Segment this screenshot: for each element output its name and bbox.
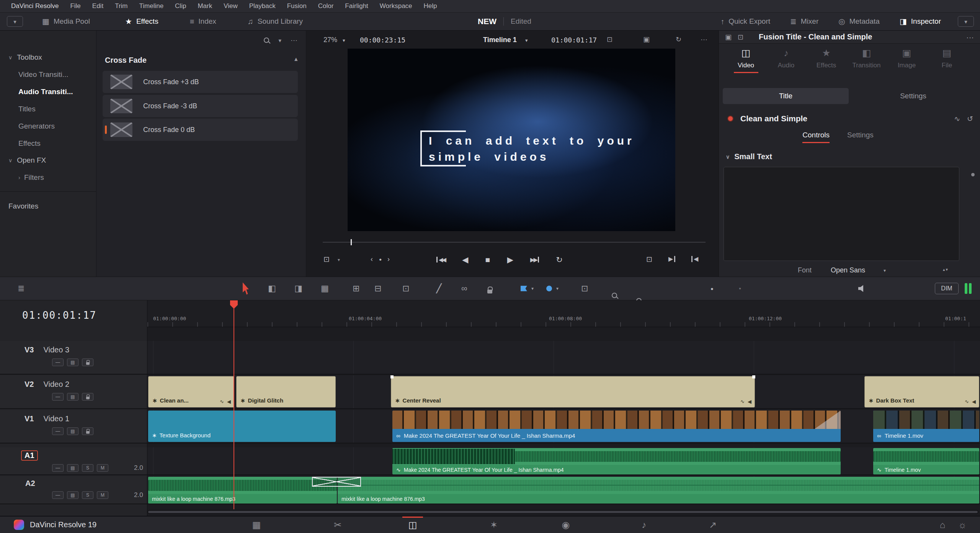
range-dot-icon[interactable]: ● bbox=[379, 257, 382, 262]
stop-button[interactable]: ■ bbox=[485, 256, 490, 264]
go-to-end-button[interactable]: ▶▶ bbox=[530, 257, 539, 262]
menu-mark[interactable]: Mark bbox=[192, 2, 218, 10]
sidebar-item-video-transitions[interactable]: Video Transiti... bbox=[0, 66, 96, 83]
sidebar-item-favorites[interactable]: Favorites bbox=[0, 198, 96, 215]
trim-edit-mode-icon[interactable]: ◧ bbox=[268, 284, 276, 293]
auto-select-toggle[interactable]: ▤ bbox=[67, 491, 78, 499]
clip-clean-and-simple[interactable]: ∗Clean an... ∿◀ bbox=[148, 376, 234, 407]
menu-app[interactable]: DaVinci Resolve bbox=[5, 2, 64, 10]
clip-make2024-video[interactable]: ∞Make 2024 The GREATEST Year Of Your Lif… bbox=[392, 411, 841, 442]
keyframe-curve-icon[interactable]: ∿ bbox=[954, 115, 960, 122]
menu-edit[interactable]: Edit bbox=[87, 2, 109, 10]
clip-mixkit-1[interactable]: mixkit like a loop machine 876.mp3 bbox=[148, 477, 337, 504]
color-page-button[interactable]: ◉ bbox=[552, 517, 579, 533]
menu-trim[interactable]: Trim bbox=[109, 2, 133, 10]
cross-fade-transition[interactable] bbox=[312, 477, 361, 487]
dim-button[interactable]: DIM bbox=[935, 283, 959, 294]
inspector-button[interactable]: ◨ Inspector bbox=[890, 13, 951, 30]
auto-select-toggle[interactable]: ▤ bbox=[67, 359, 78, 366]
track-v3-lane[interactable] bbox=[147, 341, 980, 374]
mode-tab-title[interactable]: Title bbox=[723, 88, 849, 104]
razor-tool-icon[interactable]: ╱ bbox=[436, 284, 441, 293]
timeline-playhead-line[interactable] bbox=[234, 302, 234, 509]
menu-fairlight[interactable]: Fairlight bbox=[339, 2, 374, 10]
insert-clip-icon[interactable]: ⊞ bbox=[353, 284, 359, 293]
scrollbar-handle[interactable] bbox=[148, 511, 978, 513]
mixer-button[interactable]: ≣ Mixer bbox=[780, 13, 828, 30]
timeline-horizontal-scrollbar[interactable] bbox=[147, 510, 978, 514]
solo-toggle[interactable]: S bbox=[82, 464, 93, 472]
media-pool-button[interactable]: ▦ Media Pool bbox=[32, 13, 100, 30]
loop-button[interactable]: ↻ bbox=[556, 256, 563, 264]
go-to-start-button[interactable]: ◀◀ bbox=[436, 257, 445, 262]
deliver-page-button[interactable]: ↗ bbox=[699, 517, 726, 533]
viewer-scrub-bar[interactable] bbox=[323, 242, 706, 243]
reset-icon[interactable]: ↺ bbox=[967, 115, 973, 122]
effects-button[interactable]: ★ Effects bbox=[115, 13, 168, 30]
timeline-zoom-dot-icon[interactable]: ● bbox=[710, 286, 714, 291]
audio-monitor-speaker-icon[interactable] bbox=[858, 285, 866, 292]
clip-make2024-audio[interactable]: ∿Make 2024 The GREATEST Year Of Your Lif… bbox=[392, 448, 841, 474]
overlay-options-icon[interactable]: ⊡ bbox=[607, 36, 612, 43]
clip-center-reveal[interactable]: ∗Center Reveal ∿◀ bbox=[391, 376, 755, 407]
sidebar-item-audio-transitions[interactable]: Audio Transiti... bbox=[0, 83, 96, 100]
viewer-options-dots-icon[interactable]: ··· bbox=[701, 36, 707, 43]
resize-icon[interactable]: ⊡ bbox=[646, 256, 652, 263]
selection-tool-icon[interactable] bbox=[243, 282, 252, 295]
timeline-zoom-dot2-icon[interactable]: ● bbox=[739, 287, 741, 290]
inspector-options-dots-icon[interactable]: ··· bbox=[966, 33, 974, 41]
clip-dark-box-text[interactable]: ∗Dark Box Text ∿◀ bbox=[864, 376, 979, 407]
panel-icon[interactable]: ▣ bbox=[725, 34, 732, 41]
play-to-out-icon[interactable]: ▶ bbox=[668, 256, 675, 262]
track-v1-lane[interactable]: ∗Texture Background ∞Make 2024 The GREAT… bbox=[147, 410, 980, 443]
chevron-down-icon[interactable]: ▾ bbox=[525, 38, 528, 43]
toolbox-section-header[interactable]: ∨ Toolbox bbox=[0, 49, 96, 66]
tab-audio[interactable]: ♪ Audio bbox=[766, 48, 806, 73]
track-enable-toggle[interactable]: — bbox=[52, 359, 64, 366]
fairlight-page-button[interactable]: ♪ bbox=[630, 517, 657, 533]
viewer-zoom-level[interactable]: 27% bbox=[323, 36, 337, 44]
refresh-icon[interactable]: ↻ bbox=[676, 36, 681, 43]
menu-fusion[interactable]: Fusion bbox=[281, 2, 312, 10]
lock-track-toggle[interactable] bbox=[82, 393, 93, 401]
chevron-down-icon[interactable]: ▾ bbox=[278, 37, 281, 43]
chevron-down-icon[interactable]: ▾ bbox=[338, 258, 340, 262]
track-enable-toggle[interactable]: — bbox=[52, 464, 64, 472]
transition-cross-fade-minus3[interactable]: Cross Fade -3 dB bbox=[103, 95, 298, 117]
small-text-section-header[interactable]: ∨ Small Text bbox=[726, 152, 772, 161]
custom-zoom-icon[interactable]: ⊡ bbox=[581, 284, 588, 293]
media-page-button[interactable]: ▦ bbox=[243, 517, 270, 533]
menu-timeline[interactable]: Timeline bbox=[133, 2, 169, 10]
position-lock-icon[interactable] bbox=[487, 290, 492, 293]
index-button[interactable]: ≡ Index bbox=[180, 13, 226, 30]
collapse-icon[interactable]: ▴ bbox=[294, 56, 297, 65]
track-enable-toggle[interactable]: — bbox=[52, 427, 64, 435]
track-a1-header[interactable]: A1 — ▤ S M 2.0 bbox=[0, 447, 147, 474]
flag-chevron-icon[interactable]: ▾ bbox=[531, 286, 534, 291]
marker-chevron-icon[interactable]: ▾ bbox=[556, 286, 559, 291]
project-settings-button[interactable]: ☼ bbox=[949, 517, 976, 533]
flag-icon[interactable] bbox=[521, 286, 527, 292]
track-a2-header[interactable]: A2 — ▤ S M 2.0 bbox=[0, 476, 147, 504]
settings-tab[interactable]: Settings bbox=[847, 131, 874, 143]
replace-clip-icon[interactable]: ⊡ bbox=[402, 284, 409, 293]
tab-file[interactable]: ▤ File bbox=[927, 48, 967, 73]
viewer-playhead[interactable] bbox=[351, 239, 352, 245]
auto-select-toggle[interactable]: ▤ bbox=[67, 393, 78, 401]
tab-video[interactable]: ◫ Video bbox=[726, 48, 766, 73]
quick-export-button[interactable]: ↑ Quick Export bbox=[710, 13, 780, 30]
play-from-in-icon[interactable]: ◀ bbox=[691, 256, 698, 262]
track-v1-header[interactable]: V1 Video 1 — ▤ bbox=[0, 410, 147, 443]
marker-icon[interactable] bbox=[546, 286, 552, 292]
clip-texture-background[interactable]: ∗Texture Background bbox=[148, 411, 336, 442]
transition-cross-fade-plus3[interactable]: Cross Fade +3 dB bbox=[103, 71, 298, 93]
controls-tab[interactable]: Controls bbox=[802, 131, 830, 143]
menu-workspace[interactable]: Workspace bbox=[374, 2, 418, 10]
menu-color[interactable]: Color bbox=[312, 2, 340, 10]
play-reverse-button[interactable]: ◀ bbox=[462, 256, 468, 264]
edit-page-button[interactable]: ◫ bbox=[399, 517, 426, 533]
track-enable-toggle[interactable]: — bbox=[52, 393, 64, 401]
link-clips-icon[interactable]: ∞ bbox=[461, 284, 467, 293]
overwrite-clip-icon[interactable]: ⊟ bbox=[374, 284, 381, 293]
transition-group-header[interactable]: Cross Fade ▴ bbox=[105, 56, 297, 65]
